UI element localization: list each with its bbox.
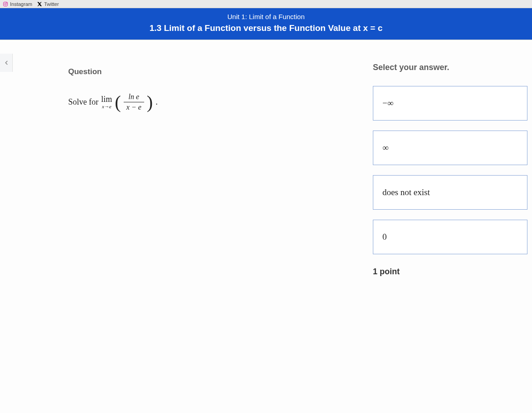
bookmark-label: Twitter [44,1,59,7]
svg-point-2 [7,2,7,3]
question-label: Question [68,67,296,76]
fraction-numerator: ln e [126,93,142,102]
twitter-icon [37,1,42,7]
option-label: does not exist [382,187,430,197]
right-paren: ) [147,95,153,110]
unit-title: Unit 1: Limit of a Function [0,13,532,20]
points-label: 1 point [373,267,532,277]
back-button[interactable] [0,54,13,72]
content-area: Question Solve for lim x→e ( ln e x − e … [0,40,532,413]
bookmark-twitter[interactable]: Twitter [37,1,59,7]
svg-point-1 [5,3,6,5]
limit-operator: lim x→e [101,95,112,109]
instagram-icon [3,1,8,7]
bookmark-instagram[interactable]: Instagram [3,1,32,7]
option-label: 0 [382,232,387,242]
chevron-left-icon [3,58,10,67]
bookmark-label: Instagram [10,1,32,7]
option-label: ∞ [382,143,389,152]
fraction-denominator: x − e [124,102,144,111]
option-label: −∞ [382,98,393,108]
lesson-header: Unit 1: Limit of a Function 1.3 Limit of… [0,8,532,40]
answer-prompt: Select your answer. [373,63,532,72]
answer-option-neg-infinity[interactable]: −∞ [373,86,527,121]
fraction: ln e x − e [124,93,144,111]
bookmarks-bar: Instagram Twitter [0,0,532,8]
answer-option-zero[interactable]: 0 [373,220,527,254]
lim-subscript: x→e [102,104,111,109]
answer-option-infinity[interactable]: ∞ [373,131,527,165]
question-panel: Question Solve for lim x→e ( ln e x − e … [68,67,296,111]
answer-option-dne[interactable]: does not exist [373,175,527,210]
left-paren: ( [115,95,121,110]
question-prefix: Solve for [68,97,99,107]
section-title: 1.3 Limit of a Function versus the Funct… [0,23,532,33]
question-suffix: . [156,97,158,107]
answer-panel: Select your answer. −∞ ∞ does not exist … [368,63,532,277]
question-expression: Solve for lim x→e ( ln e x − e ) . [68,93,296,111]
lim-text: lim [101,95,112,103]
